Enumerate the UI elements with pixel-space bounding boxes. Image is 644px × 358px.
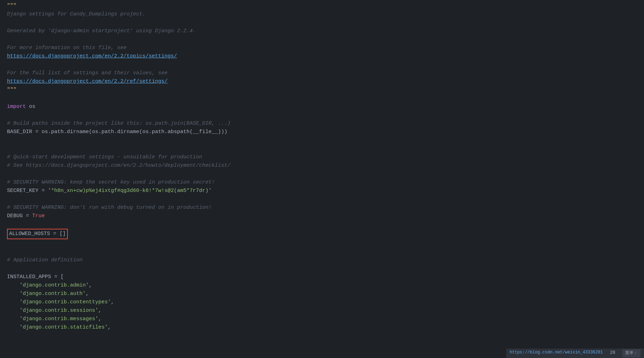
language-badge: 英半： xyxy=(622,349,641,357)
line-2: Django settings for Candy_Dumplings proj… xyxy=(7,10,637,19)
line-allowed-hosts: ALLOWED_HOSTS = [] xyxy=(7,229,637,239)
line-9: For the full list of settings and their … xyxy=(7,69,637,77)
code-editor: """ Django settings for Candy_Dumplings … xyxy=(0,0,644,335)
line-7: https://docs.djangoproject.com/en/2.2/to… xyxy=(7,52,637,61)
line-comment-app-def: # Application definition xyxy=(7,256,637,264)
line-app-sessions: 'django.contrib.sessions', xyxy=(7,307,637,315)
line-empty-6 xyxy=(7,220,637,229)
line-3 xyxy=(7,19,637,27)
line-8 xyxy=(7,61,637,69)
line-app-contenttypes: 'django.contrib.contenttypes', xyxy=(7,298,637,307)
bottom-url-text[interactable]: https://blog.csdn.net/weixin_43336281 xyxy=(510,349,603,357)
line-comment-see: # See https://docs.djangoproject.com/en/… xyxy=(7,161,637,170)
line-5 xyxy=(7,35,637,44)
line-empty-1 xyxy=(7,111,637,119)
allowed-hosts-highlight: ALLOWED_HOSTS = [] xyxy=(7,229,68,239)
line-empty-4 xyxy=(7,170,637,178)
line-app-auth: 'django.contrib.auth', xyxy=(7,290,637,298)
line-1: """ xyxy=(7,2,637,10)
triple-quote-open: """ xyxy=(7,3,16,9)
line-empty-8 xyxy=(7,248,637,256)
line-empty-3 xyxy=(7,145,637,153)
line-10: https://docs.djangoproject.com/en/2.2/re… xyxy=(7,77,637,86)
url-settings[interactable]: https://docs.djangoproject.com/en/2.2/to… xyxy=(7,53,177,59)
line-basedir: BASE_DIR = os.path.dirname(os.path.dirna… xyxy=(7,128,637,136)
line-comment-security2: # SECURITY WARNING: don't run with debug… xyxy=(7,204,637,212)
line-11: """ xyxy=(7,86,637,94)
line-app-admin: 'django.contrib.admin', xyxy=(7,281,637,290)
line-app-messages: 'django.contrib.messages', xyxy=(7,315,637,323)
line-12 xyxy=(7,94,637,103)
line-empty-9 xyxy=(7,264,637,273)
line-comment-security1: # SECURITY WARNING: keep the secret key … xyxy=(7,178,637,187)
line-comment-build: # Build paths inside the project like th… xyxy=(7,119,637,128)
page-number: 28 xyxy=(610,349,615,357)
line-debug: DEBUG = True xyxy=(7,212,637,220)
line-empty-2 xyxy=(7,136,637,145)
line-empty-5 xyxy=(7,195,637,204)
line-6: For more information on this file, see xyxy=(7,44,637,52)
line-comment-quickstart: # Quick-start development settings - uns… xyxy=(7,153,637,161)
bottom-status-bar: https://blog.csdn.net/weixin_43336281 28… xyxy=(506,349,644,358)
line-app-staticfiles: 'django.contrib.staticfiles', xyxy=(7,323,637,332)
line-import: import os xyxy=(7,103,637,111)
line-secret-key: SECRET_KEY = '*h8n_xn+cw)p%ej4ixtgf#qg3d… xyxy=(7,187,637,195)
line-4: Generated by 'django-admin startproject'… xyxy=(7,27,637,35)
line-empty-7 xyxy=(7,239,637,248)
url-ref-settings[interactable]: https://docs.djangoproject.com/en/2.2/re… xyxy=(7,78,168,84)
line-installed-apps: INSTALLED_APPS = [ xyxy=(7,273,637,281)
